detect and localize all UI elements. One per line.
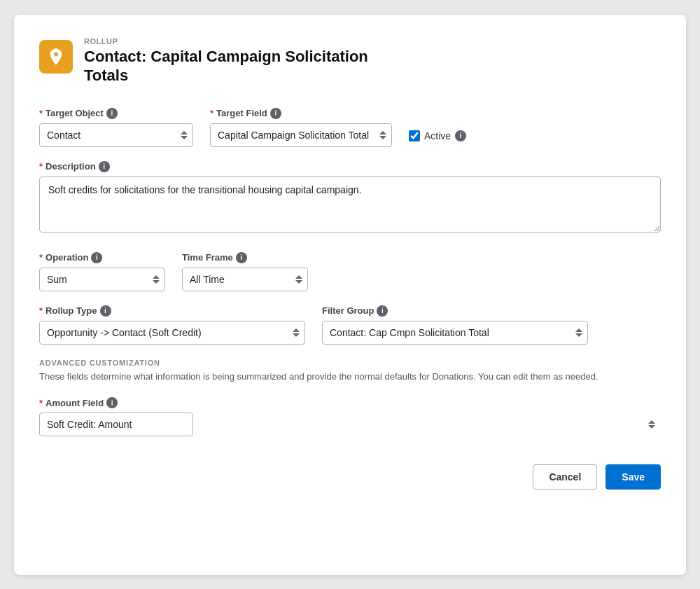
target-field-select-wrapper: Capital Campaign Solicitation Totals [210,123,392,147]
footer-buttons: Cancel Save [39,464,661,490]
filter-group-select[interactable]: Contact: Cap Cmpn Solicitation Total Non… [322,321,588,345]
rollup-form-card: ROLLUP Contact: Capital Campaign Solicit… [14,15,686,575]
active-info-icon: i [455,130,466,141]
active-group: Active i [409,130,466,141]
header-text: ROLLUP Contact: Capital Campaign Solicit… [84,37,368,85]
cancel-button[interactable]: Cancel [533,464,597,490]
target-field-select[interactable]: Capital Campaign Solicitation Totals [210,123,392,147]
timeframe-select[interactable]: All Time This Year Last Year Custom [182,268,308,291]
target-field-group: * Target Field i Capital Campaign Solici… [210,108,392,147]
target-row: * Target Object i Contact Account Opport… [39,108,661,147]
rollup-type-select-wrapper: Opportunity -> Contact (Soft Credit) Opp… [39,321,305,345]
amount-field-label: * Amount Field i [39,397,661,408]
operation-group: * Operation i Sum Count Average Min Max [39,252,165,291]
target-field-label: * Target Field i [210,108,392,119]
rollup-type-info-icon: i [100,305,111,317]
target-object-select-wrapper: Contact Account Opportunity [39,123,193,147]
target-object-select[interactable]: Contact Account Opportunity [39,123,193,147]
header: ROLLUP Contact: Capital Campaign Solicit… [39,37,661,85]
rollup-type-label: * Rollup Type i [39,305,305,317]
filter-group-group: Filter Group i Contact: Cap Cmpn Solicit… [322,305,588,345]
operation-select-wrapper: Sum Count Average Min Max [39,268,165,291]
description-textarea[interactable]: Soft credits for solicitations for the t… [39,176,661,233]
target-object-info-icon: i [106,108,118,119]
advanced-section: ADVANCED CUSTOMIZATION These fields dete… [39,359,661,437]
amount-field-info-icon: i [106,397,118,408]
timeframe-info-icon: i [236,252,247,263]
rollup-type-select[interactable]: Opportunity -> Contact (Soft Credit) Opp… [39,321,305,345]
save-button[interactable]: Save [606,464,661,490]
operation-row: * Operation i Sum Count Average Min Max [39,252,661,291]
description-group: * Description i Soft credits for solicit… [39,161,661,233]
page-title: Contact: Capital Campaign Solicitation T… [84,47,368,85]
target-object-label: * Target Object i [39,108,193,119]
amount-field-select[interactable]: Soft Credit: Amount Amount Total Amount [39,413,193,436]
advanced-title: ADVANCED CUSTOMIZATION [39,359,661,367]
active-checkbox[interactable] [409,130,420,141]
operation-label: * Operation i [39,252,165,263]
active-label: Active [424,130,451,141]
amount-field-group: * Amount Field i Soft Credit: Amount Amo… [39,397,661,436]
target-object-group: * Target Object i Contact Account Opport… [39,108,193,147]
amount-field-select-wrapper: Soft Credit: Amount Amount Total Amount [39,413,661,436]
operation-info-icon: i [91,252,102,263]
rollup-type-row: * Rollup Type i Opportunity -> Contact (… [39,305,661,345]
advanced-desc: These fields determine what information … [39,370,661,384]
timeframe-group: Time Frame i All Time This Year Last Yea… [182,252,308,291]
rollup-type-group: * Rollup Type i Opportunity -> Contact (… [39,305,305,345]
timeframe-select-wrapper: All Time This Year Last Year Custom [182,268,308,291]
filter-group-info-icon: i [377,305,388,317]
description-info-icon: i [99,161,110,172]
target-field-info-icon: i [270,108,281,119]
rollup-icon [39,40,73,74]
filter-group-select-wrapper: Contact: Cap Cmpn Solicitation Total Non… [322,321,588,345]
filter-group-label: Filter Group i [322,305,588,317]
timeframe-label: Time Frame i [182,252,308,263]
description-label: * Description i [39,161,661,172]
active-checkbox-wrapper: Active i [409,130,466,141]
operation-select[interactable]: Sum Count Average Min Max [39,268,165,291]
rollup-label: ROLLUP [84,37,368,46]
